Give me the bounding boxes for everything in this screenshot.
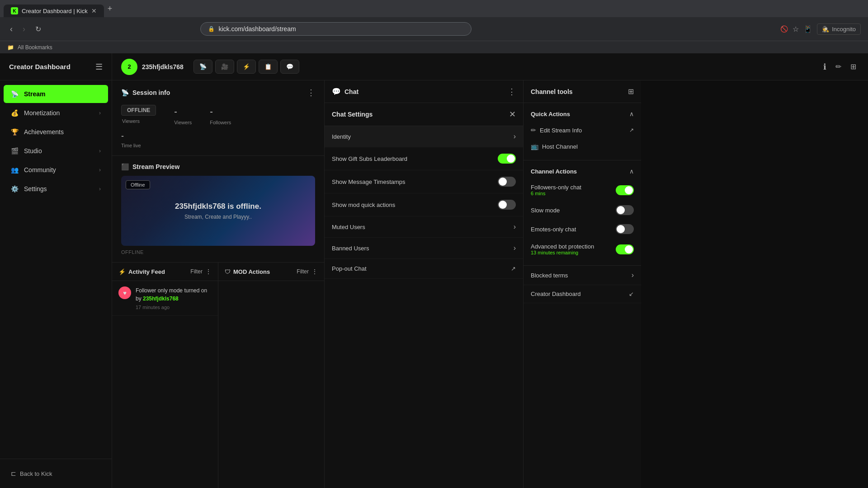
quick-actions-collapse-button[interactable]: ∧ (629, 110, 634, 117)
doc-button[interactable]: 📋 (259, 60, 278, 74)
slow-mode-toggle[interactable] (616, 205, 634, 215)
activity-menu-button[interactable]: ⋮ (205, 268, 212, 275)
followers-item: - Followers (210, 105, 231, 125)
sidebar-item-community[interactable]: 👥 Community › (4, 161, 108, 179)
new-tab-button[interactable]: + (104, 2, 116, 15)
offline-message: 235hfjdkls768 is offline. Stream, Create… (175, 202, 261, 220)
camera-button[interactable]: 🎥 (215, 60, 234, 74)
activity-title: Activity Feed (128, 268, 188, 275)
blocked-terms-label: Blocked terms (531, 272, 568, 279)
back-to-kick-button[interactable]: ⊏ Back to Kick (7, 466, 104, 481)
edit-stream-info-item[interactable]: ✏ Edit Stream Info ↗ (524, 122, 641, 138)
stream-label: Stream (24, 90, 101, 98)
followers-only-toggle[interactable] (616, 185, 634, 195)
gift-subs-toggle[interactable] (498, 154, 516, 164)
main-content: 2 235hfjdkls768 📡 🎥 ⚡ 📋 💬 (112, 53, 868, 488)
offline-subtext: Stream, Create and Playyy.. (175, 214, 261, 220)
channel-tools-toggle-button[interactable]: ⊞ (628, 87, 634, 96)
sidebar-item-settings[interactable]: ⚙️ Settings › (4, 180, 108, 198)
viewers-label: Viewers (174, 120, 192, 125)
sidebar-item-stream[interactable]: 📡 Stream (4, 85, 108, 103)
channel-actions-title: Channel Actions (531, 168, 577, 175)
channel-actions-collapse-button[interactable]: ∧ (629, 168, 634, 175)
mod-actions-panel: 🛡 MOD Actions Filter ⋮ (218, 263, 324, 488)
username-label: 235hfjdkls768 (142, 63, 184, 70)
bolt-button[interactable]: ⚡ (237, 60, 256, 74)
activity-item-content: Follower only mode turned on by 235hfjdk… (136, 286, 212, 310)
address-bar[interactable]: 🔒 kick.com/dashboard/stream (200, 22, 472, 36)
gift-subs-label: Show Gift Subs Leaderboard (332, 155, 407, 162)
chat-settings-banned-users-row[interactable]: Banned Users › (325, 238, 523, 259)
offline-heading: 235hfjdkls768 is offline. (175, 202, 261, 211)
activity-filter-label[interactable]: Filter (190, 268, 203, 275)
layout-button[interactable]: ⊞ (848, 60, 859, 74)
host-channel-icon: 📺 (531, 143, 538, 150)
incognito-label-area: 🕵️ Incognito (817, 23, 861, 35)
sidebar-item-studio[interactable]: 🎬 Studio › (4, 142, 108, 160)
edit-button[interactable]: ✏ (833, 60, 844, 74)
chat-settings-muted-users-row[interactable]: Muted Users › (325, 216, 523, 238)
chat-settings-close-button[interactable]: ✕ (509, 109, 516, 119)
mod-filter-label[interactable]: Filter (297, 268, 309, 275)
sidebar: Creator Dashboard ☰ 📡 Stream 💰 Monetizat… (0, 53, 112, 488)
settings-chevron-icon: › (99, 186, 101, 192)
browser-nav-bar: ‹ › ↻ 🔒 kick.com/dashboard/stream 🚫 ☆ 📱 … (0, 17, 868, 41)
popout-chat-label: Pop-out Chat (332, 265, 367, 272)
bookmarks-label: All Bookmarks (18, 44, 52, 51)
blocked-terms-item[interactable]: Blocked terms › (524, 266, 641, 285)
sidebar-toggle-button[interactable]: ☰ (95, 62, 103, 72)
advanced-bot-toggle[interactable] (616, 244, 634, 254)
emotes-only-toggle[interactable] (616, 224, 634, 234)
muted-users-label: Muted Users (332, 224, 365, 230)
activity-text-link[interactable]: 235hfjdkls768 (143, 296, 179, 302)
chat-settings-mod-quick-row[interactable]: Show mod quick actions (325, 193, 523, 216)
chat-settings-identity-row[interactable]: Identity › (325, 126, 523, 147)
stream-preview-panel: ⬛ Stream Preview Offline 235hfjdkls768 i… (112, 156, 324, 263)
chat-settings-popout-row[interactable]: Pop-out Chat ↗ (325, 259, 523, 279)
settings-label: Settings (24, 185, 94, 192)
chat-settings-gift-subs-row[interactable]: Show Gift Subs Leaderboard (325, 147, 523, 170)
mod-quick-toggle[interactable] (498, 200, 516, 210)
sidebar-title: Creator Dashboard (9, 63, 71, 70)
camera-off-icon[interactable]: 🚫 (780, 25, 788, 33)
info-button[interactable]: ℹ (821, 59, 829, 75)
followers-only-text: Followers-only chat 6 mins (531, 184, 581, 196)
avatar-initials: 2 (127, 63, 131, 70)
chat-menu-button[interactable]: ⋮ (508, 87, 516, 97)
discord-button[interactable]: 💬 (280, 60, 299, 74)
blocked-terms-arrow-icon: › (632, 271, 634, 279)
monetization-label: Monetization (24, 109, 94, 117)
session-status-item: OFFLINE Viewers (121, 105, 156, 124)
chat-settings-timestamps-row[interactable]: Show Message Timestamps (325, 170, 523, 193)
sidebar-item-achievements[interactable]: 🏆 Achievements (4, 123, 108, 141)
forward-button[interactable]: › (20, 22, 28, 37)
tab-close-icon[interactable]: ✕ (91, 7, 97, 14)
creator-dashboard-item[interactable]: Creator Dashboard ↙ (524, 285, 641, 303)
back-button[interactable]: ‹ (7, 22, 15, 37)
bookmark-star-icon[interactable]: ☆ (793, 25, 799, 33)
sidebar-item-monetization[interactable]: 💰 Monetization › (4, 104, 108, 122)
timestamps-label: Show Message Timestamps (332, 178, 406, 185)
active-tab[interactable]: K Creator Dashboard | Kick ✕ (4, 5, 104, 17)
advanced-bot-label: Advanced bot protection (531, 243, 594, 250)
session-info-button[interactable]: 📡 (193, 60, 212, 74)
chat-settings-title: Chat Settings (332, 111, 373, 118)
quick-actions-section: Quick Actions ∧ ✏ Edit Stream Info ↗ 📺 H… (524, 103, 641, 160)
time-live-item: - Time live (121, 131, 315, 148)
identity-chevron-icon: › (514, 132, 516, 141)
browser-chrome: K Creator Dashboard | Kick ✕ + ‹ › ↻ 🔒 k… (0, 0, 868, 53)
preview-icon: ⬛ (121, 163, 129, 170)
channel-actions-section: Channel Actions ∧ Followers-only chat 6 … (524, 160, 641, 266)
creator-dashboard-label: Creator Dashboard (531, 291, 581, 297)
advanced-bot-text: Advanced bot protection 13 minutes remai… (531, 243, 594, 255)
timestamps-toggle[interactable] (498, 177, 516, 187)
cast-icon[interactable]: 📱 (803, 25, 812, 33)
mod-icon: 🛡 (225, 268, 231, 275)
host-channel-item[interactable]: 📺 Host Channel (524, 138, 641, 155)
sidebar-nav: 📡 Stream 💰 Monetization › 🏆 Achievements… (0, 80, 112, 459)
mod-menu-button[interactable]: ⋮ (311, 268, 318, 275)
session-menu-button[interactable]: ⋮ (307, 88, 315, 98)
chat-panel: 💬 Chat ⋮ Chat Settings ✕ Identity › (325, 80, 524, 488)
bookmarks-folder-icon: 📁 (7, 44, 14, 51)
reload-button[interactable]: ↻ (33, 22, 44, 36)
